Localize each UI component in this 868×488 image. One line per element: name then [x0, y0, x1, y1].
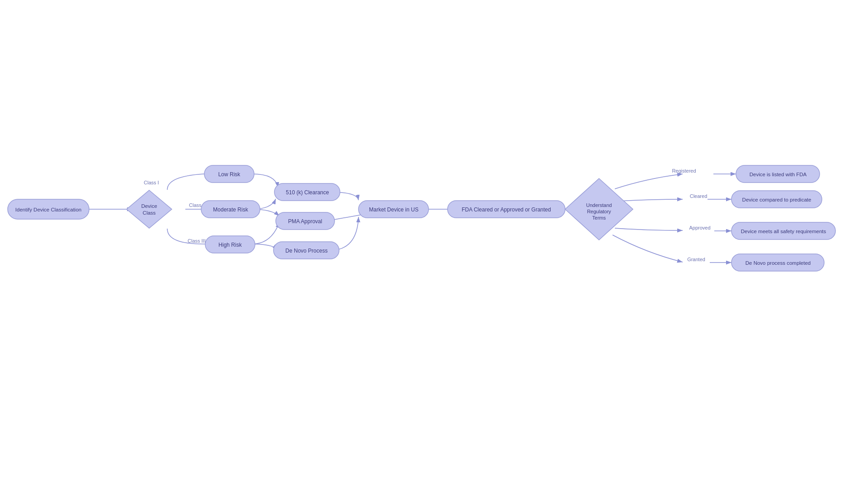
- label-understand-reg-line3: Terms: [592, 215, 606, 221]
- label-high-risk: High Risk: [218, 242, 242, 248]
- label-denovo-process-completed: De Novo process completed: [745, 260, 811, 266]
- label-pma-approval: PMA Approval: [288, 218, 322, 225]
- label-device-listed-fda: Device is listed with FDA: [750, 172, 807, 177]
- label-class-iii: Class III: [188, 238, 206, 244]
- label-510k-clearance: 510 (k) Clearance: [286, 189, 329, 196]
- label-understand-reg-line2: Regulatory: [587, 209, 611, 214]
- label-identify-device: Identify Device Classification: [15, 207, 81, 212]
- label-device-compared-predicate: Device compared to predicate: [742, 197, 811, 202]
- label-market-device: Market Device in US: [369, 206, 418, 213]
- label-device-class-line1: Device: [141, 203, 157, 209]
- label-moderate-risk: Moderate Risk: [213, 206, 248, 213]
- label-cleared: Cleared: [690, 193, 708, 199]
- label-device-safety-requirements: Device meets all safety requirements: [741, 229, 826, 234]
- label-de-novo-process: De Novo Process: [285, 248, 327, 254]
- background: [0, 0, 868, 488]
- label-low-risk: Low Risk: [218, 171, 241, 178]
- label-fda-cleared: FDA Cleared or Approved or Granted: [462, 206, 551, 213]
- label-device-class-line2: Class: [143, 210, 156, 216]
- label-granted: Granted: [687, 257, 705, 262]
- label-registered: Registered: [672, 168, 696, 174]
- label-class-i: Class I: [144, 180, 159, 185]
- label-approved: Approved: [689, 225, 710, 230]
- flowchart-diagram: Class I Class II Class III Identify Devi…: [0, 0, 868, 488]
- label-understand-reg-line1: Understand: [586, 202, 612, 208]
